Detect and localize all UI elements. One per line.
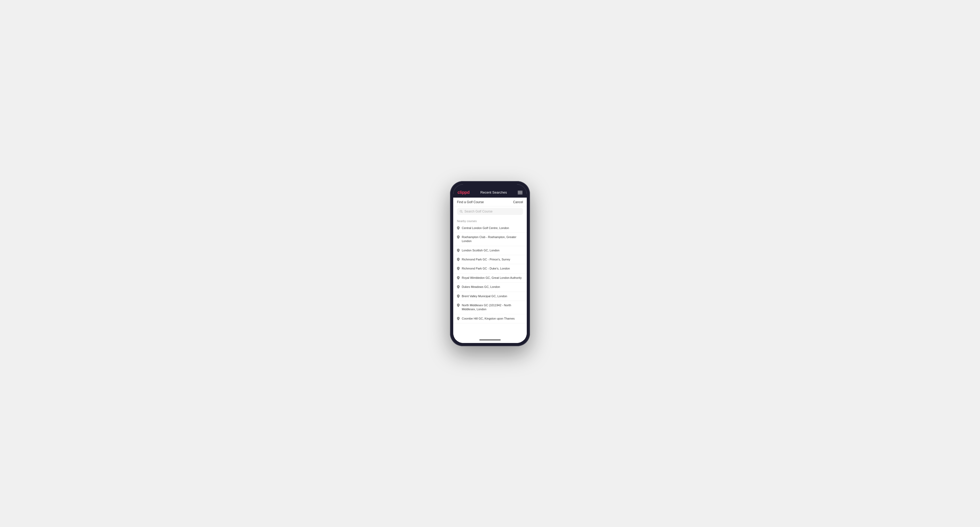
location-pin-icon	[457, 303, 460, 307]
app-logo: clippd	[458, 190, 469, 195]
location-pin-icon	[457, 285, 460, 289]
location-pin-icon	[457, 295, 460, 298]
list-item[interactable]: Dukes Meadows GC, London	[453, 283, 527, 292]
course-name: Central London Golf Centre, London	[462, 226, 509, 230]
list-item[interactable]: North Middlesex GC (1011942 - North Midd…	[453, 301, 527, 314]
navigation-bar: clippd Recent Searches	[453, 188, 527, 198]
home-bar	[479, 340, 501, 340]
course-name: Brent Valley Municipal GC, London	[462, 294, 507, 298]
list-item[interactable]: Royal Wimbledon GC, Great London Authori…	[453, 273, 527, 283]
search-icon	[460, 210, 463, 213]
course-name: Roehampton Club - Roehampton, Greater Lo…	[462, 235, 523, 243]
location-pin-icon	[457, 235, 460, 239]
home-indicator	[453, 338, 527, 343]
phone-device: clippd Recent Searches Find a Golf Cours…	[450, 181, 530, 346]
course-name: Dukes Meadows GC, London	[462, 285, 500, 289]
location-pin-icon	[457, 317, 460, 321]
list-item[interactable]: Richmond Park GC - Prince's, Surrey	[453, 255, 527, 264]
find-label: Find a Golf Course	[457, 200, 484, 204]
nearby-section: Nearby courses Central London Golf Centr…	[453, 217, 527, 338]
course-name: London Scottish GC, London	[462, 248, 500, 252]
list-item[interactable]: London Scottish GC, London	[453, 246, 527, 255]
location-pin-icon	[457, 267, 460, 270]
list-item[interactable]: Coombe Hill GC, Kingston upon Thames	[453, 314, 527, 323]
menu-line-3	[518, 194, 522, 194]
nearby-header: Nearby courses	[453, 217, 527, 224]
phone-screen: clippd Recent Searches Find a Golf Cours…	[453, 184, 527, 343]
course-name: Coombe Hill GC, Kingston upon Thames	[462, 317, 515, 321]
location-pin-icon	[457, 258, 460, 261]
course-name: Richmond Park GC - Duke's, London	[462, 267, 510, 271]
course-name: Royal Wimbledon GC, Great London Authori…	[462, 276, 522, 280]
search-input-wrapper	[457, 208, 523, 215]
menu-line-2	[518, 192, 522, 193]
content-area: Find a Golf Course Cancel Nearby courses	[453, 198, 527, 343]
course-list: Central London Golf Centre, London Roeha…	[453, 224, 527, 324]
list-item[interactable]: Richmond Park GC - Duke's, London	[453, 264, 527, 273]
location-pin-icon	[457, 276, 460, 279]
list-item[interactable]: Central London Golf Centre, London	[453, 224, 527, 233]
nav-title: Recent Searches	[480, 190, 507, 194]
search-input[interactable]	[465, 210, 520, 213]
find-bar: Find a Golf Course Cancel	[453, 198, 527, 206]
cancel-button[interactable]: Cancel	[513, 200, 523, 204]
status-bar	[453, 184, 527, 188]
location-pin-icon	[457, 249, 460, 252]
course-name: North Middlesex GC (1011942 - North Midd…	[462, 303, 523, 311]
menu-icon[interactable]	[518, 191, 522, 194]
list-item[interactable]: Roehampton Club - Roehampton, Greater Lo…	[453, 233, 527, 246]
course-name: Richmond Park GC - Prince's, Surrey	[462, 257, 510, 262]
svg-line-1	[462, 212, 463, 213]
list-item[interactable]: Brent Valley Municipal GC, London	[453, 292, 527, 301]
location-pin-icon	[457, 226, 460, 230]
menu-line-1	[518, 191, 522, 192]
search-container	[453, 206, 527, 217]
